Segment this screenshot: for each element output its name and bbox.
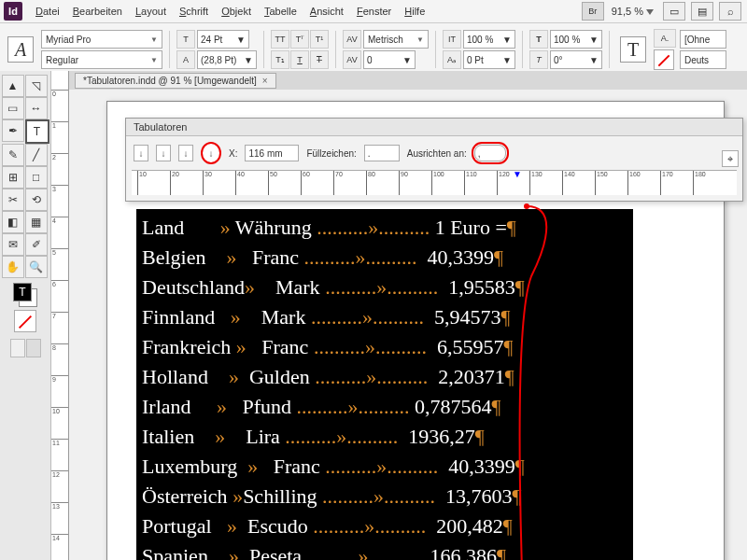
swap-none-icon[interactable]	[14, 310, 36, 332]
pen-tool[interactable]: ✒	[2, 119, 24, 142]
table-row: Italien » Lira ..........».......... 193…	[142, 422, 627, 452]
document-tab[interactable]: *Tabulatoren.indd @ 91 % [Umgewandelt]×	[75, 73, 276, 89]
leading-field[interactable]: (28,8 Pt)▼	[197, 50, 257, 69]
canvas: *Tabulatoren.indd @ 91 % [Umgewandelt]× …	[69, 71, 747, 560]
align-label: Ausrichten an:	[407, 148, 467, 159]
table-row: Land » Währung ..........».......... 1 E…	[142, 213, 627, 243]
tracking-icon: AV	[343, 50, 361, 69]
menu-datei[interactable]: Datei	[30, 3, 65, 20]
right-tab-button[interactable]: ↓	[178, 145, 193, 161]
table-row: Luxemburg » Franc ..........».......... …	[142, 452, 627, 482]
table-row: Portugal » Escudo ..........».......... …	[142, 511, 627, 541]
line-tool[interactable]: ╱	[25, 144, 48, 166]
rect-tool[interactable]: □	[25, 166, 48, 189]
snap-icon[interactable]: ⌖	[722, 150, 739, 167]
table-row: Frankreich » Franc ..........»..........…	[142, 332, 627, 362]
character-mode-icon[interactable]: A	[7, 36, 34, 63]
arrange-icon[interactable]: ▤	[691, 2, 713, 21]
kerning-icon: AV	[343, 30, 361, 49]
select-arrow[interactable]: ▲	[2, 75, 24, 97]
panel-title: Tabulatoren	[126, 119, 742, 136]
left-tab-button[interactable]: ↓	[134, 145, 148, 161]
skew-icon: T	[529, 50, 548, 69]
direct-select[interactable]: ◹	[25, 75, 48, 97]
note[interactable]: ✉	[2, 233, 24, 256]
tab-stop-marker[interactable]: ▼	[513, 169, 522, 179]
tracking-field[interactable]: 0▼	[363, 50, 416, 69]
smallcaps-icon[interactable]: Tᵀ	[290, 30, 309, 49]
view-mode-toggle[interactable]	[10, 339, 41, 357]
x-field[interactable]: 116 mm	[245, 145, 299, 161]
table-row: Österreich »Schilling ..........».......…	[142, 482, 627, 511]
fill-field[interactable]: .	[364, 145, 400, 161]
font-size-icon: T	[176, 30, 195, 49]
skew-field[interactable]: 0°▼	[550, 50, 602, 69]
underline-icon[interactable]: T	[290, 50, 309, 69]
zoom[interactable]: 🔍	[25, 256, 48, 278]
table-row: Belgien » Franc ..........».......... 40…	[142, 243, 627, 273]
charstyle-icon[interactable]: A.	[654, 29, 676, 48]
menu-schrift[interactable]: Schrift	[174, 3, 214, 20]
bridge-button[interactable]: Br	[582, 2, 604, 21]
tab-ruler[interactable]: ▼ 10203040506070809010011012013014015016…	[132, 170, 737, 195]
font-size-field[interactable]: 24 Pt▼	[197, 30, 249, 49]
menu-bearbeiten[interactable]: Bearbeiten	[67, 3, 128, 20]
scissors[interactable]: ✂	[2, 189, 24, 211]
subscript-icon[interactable]: T₁	[271, 50, 289, 69]
fill-swatch[interactable]: T	[620, 36, 646, 63]
decimal-tab-button[interactable]: ↓	[201, 142, 221, 164]
font-style-dropdown[interactable]: Regular▼	[41, 50, 162, 69]
lang-dropdown[interactable]: Deuts	[680, 50, 726, 69]
eyedropper[interactable]: ✐	[25, 233, 48, 256]
zoom-display[interactable]: 91,5 %	[606, 6, 659, 17]
hscale-field[interactable]: 100 %▼	[550, 30, 602, 49]
dropdown-icon	[646, 9, 654, 15]
hscale-icon: T	[529, 30, 548, 49]
text-frame[interactable]: Land » Währung ..........».......... 1 E…	[136, 209, 633, 560]
font-family-dropdown[interactable]: Myriad Pro▼	[41, 30, 162, 49]
charstyle-dropdown[interactable]: [Ohne	[680, 30, 726, 49]
kerning-field[interactable]: Metrisch▼	[363, 30, 429, 49]
table-row: Finnland » Mark ..........».......... 5,…	[142, 302, 627, 332]
toolbox: ▲◹▭↔✒T✎╱⊞□✂⟲◧▦✉✐✋🔍 T	[0, 71, 51, 560]
x-label: X:	[229, 148, 237, 159]
align-field[interactable]: ,	[474, 145, 506, 161]
vscale-field[interactable]: 100 %▼	[463, 30, 515, 49]
gap-tool[interactable]: ↔	[25, 97, 48, 119]
superscript-icon[interactable]: T¹	[310, 30, 329, 49]
menu-tabelle[interactable]: Tabelle	[259, 3, 303, 20]
document-area: ▲◹▭↔✒T✎╱⊞□✂⟲◧▦✉✐✋🔍 T 0123456789101112131…	[0, 71, 747, 560]
menu-objekt[interactable]: Objekt	[216, 3, 257, 20]
close-icon[interactable]: ×	[262, 76, 268, 86]
vscale-icon: IT	[443, 30, 461, 49]
gradient-feather[interactable]: ▦	[25, 211, 48, 233]
page-tool[interactable]: ▭	[2, 97, 24, 119]
no-stroke-icon[interactable]	[654, 49, 674, 70]
vertical-ruler: 01234567891011121314	[51, 71, 69, 560]
center-tab-button[interactable]: ↓	[156, 145, 171, 161]
gradient[interactable]: ◧	[2, 211, 24, 233]
control-bar: A Myriad Pro▼ Regular▼ T24 Pt▼ A(28,8 Pt…	[0, 23, 747, 77]
menu-layout[interactable]: Layout	[130, 3, 172, 20]
strikethrough-icon[interactable]: T̶	[310, 50, 329, 69]
transform[interactable]: ⟲	[25, 189, 48, 211]
hand[interactable]: ✋	[2, 256, 24, 278]
rect-frame[interactable]: ⊞	[2, 166, 24, 189]
screen-mode-icon[interactable]: ▭	[663, 2, 685, 21]
pencil-tool[interactable]: ✎	[2, 144, 24, 166]
app-logo: Id	[4, 2, 22, 21]
tabulators-panel: Tabulatoren ↓ ↓ ↓ ↓ X: 116 mm Füllzeiche…	[125, 118, 743, 202]
caps-icon[interactable]: TT	[271, 30, 289, 49]
search-icon[interactable]: ⌕	[719, 2, 741, 21]
color-swatch[interactable]: T	[13, 283, 37, 307]
document-tab-strip: *Tabulatoren.indd @ 91 % [Umgewandelt]×	[69, 71, 747, 91]
baseline-field[interactable]: 0 Pt▼	[463, 50, 515, 69]
menu-fenster[interactable]: Fenster	[351, 3, 397, 20]
fill-label: Füllzeichen:	[306, 148, 356, 159]
leading-icon: A	[176, 50, 195, 69]
menu-hilfe[interactable]: Hilfe	[399, 3, 430, 20]
table-row: Deutschland» Mark ..........».......... …	[142, 273, 627, 302]
menu-ansicht[interactable]: Ansicht	[304, 3, 349, 20]
type-tool[interactable]: T	[25, 119, 49, 144]
table-row: Spanien » Peseta ..........».......... 1…	[142, 541, 627, 560]
